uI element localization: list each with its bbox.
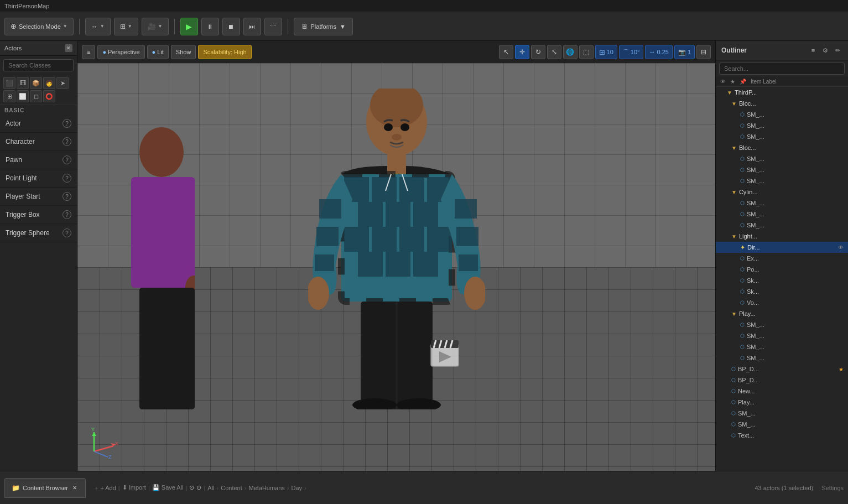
outliner-item-sm3[interactable]: ⬡ SM_...	[716, 131, 848, 142]
actor-item-trigger-sphere[interactable]: Trigger Sphere ?	[0, 224, 77, 242]
outliner-item-sk1[interactable]: ⬡ Sk...	[716, 275, 848, 286]
outliner-item-sm6[interactable]: ⬡ SM_...	[716, 175, 848, 186]
content-browser-tab[interactable]: 📁 Content Browser ✕	[4, 478, 86, 498]
rotate-tool-icon[interactable]: ↻	[531, 45, 545, 59]
pawn-help-icon[interactable]: ?	[63, 155, 71, 164]
show-button[interactable]: Show	[171, 45, 196, 59]
point-light-help-icon[interactable]: ?	[63, 174, 71, 183]
outliner-item-sm14[interactable]: ⬡ SM_...	[716, 408, 848, 419]
scale-btn[interactable]: ↔ 0.25	[645, 45, 672, 59]
actor-item-character[interactable]: Character ?	[0, 133, 77, 151]
more-options-button[interactable]: ⋯	[264, 18, 282, 35]
outliner-item-sm13[interactable]: ⬡ SM_...	[716, 352, 848, 363]
angle-button[interactable]: ⌒ 10°	[619, 45, 644, 59]
outliner-item-sk2[interactable]: ⬡ Sk...	[716, 286, 848, 297]
outliner-item-bloc1[interactable]: ▼ Bloc...	[716, 98, 848, 109]
outliner-item-bp-d2[interactable]: ⬡ BP_D...	[716, 375, 848, 386]
outliner-settings-button[interactable]: ⚙	[820, 45, 830, 55]
outliner-item-bp-d1[interactable]: ⬡ BP_D... ★	[716, 363, 848, 375]
layout-icon[interactable]: ⊟	[696, 45, 711, 59]
perspective-button[interactable]: ● Perspective	[97, 45, 144, 59]
outliner-item-sm10[interactable]: ⬡ SM_...	[716, 319, 848, 330]
actor-icon-arrow[interactable]: ➤	[56, 77, 69, 89]
platforms-button[interactable]: 🖥 Platforms ▼	[294, 18, 353, 35]
character-help-icon[interactable]: ?	[63, 137, 71, 146]
scalability-badge[interactable]: Scalability: High	[198, 45, 251, 59]
outliner-item-lights[interactable]: ▼ Light...	[716, 231, 848, 242]
left-panel-close-button[interactable]: ✕	[65, 44, 72, 52]
outliner-list[interactable]: ▼ ThirdP... ▼ Bloc... ⬡ SM_... ⬡ SM_... …	[716, 87, 848, 471]
viewport-menu-button[interactable]: ≡	[82, 45, 95, 59]
axis-indicator: X Y Z	[89, 427, 122, 460]
outliner-item-sm15[interactable]: ⬡ SM_...	[716, 419, 848, 430]
outliner-filter-button[interactable]: ≡	[808, 45, 818, 55]
svg-marker-51	[92, 432, 96, 436]
outliner-item-sm12[interactable]: ⬡ SM_...	[716, 341, 848, 352]
outliner-item-sm9[interactable]: ⬡ SM_...	[716, 220, 848, 231]
player-start-help-icon[interactable]: ?	[63, 192, 71, 201]
actor-icon-circle[interactable]: ⭕	[43, 90, 55, 102]
select-tool-icon[interactable]: ↖	[499, 45, 513, 59]
cam-speed-button[interactable]: 📷 1	[674, 45, 695, 59]
actor-item-pawn[interactable]: Pawn ?	[0, 151, 77, 169]
outliner-edit-button[interactable]: ✏	[833, 45, 842, 55]
outliner-item-sm11[interactable]: ⬡ SM_...	[716, 330, 848, 341]
viewport[interactable]: ≡ ● Perspective ● Lit Show Scalability: …	[77, 41, 715, 471]
transform-button[interactable]: ↔ ▼	[85, 18, 111, 35]
search-classes-input[interactable]	[3, 59, 74, 71]
outliner-item-play-folder[interactable]: ▼ Play...	[716, 308, 848, 319]
outliner-search-input[interactable]	[719, 63, 845, 75]
actor-icon-grid[interactable]: ⊞	[3, 90, 15, 102]
play-button[interactable]: ▶	[180, 18, 198, 35]
content-browser-close-btn[interactable]: ✕	[71, 484, 79, 492]
camera-button[interactable]: 🎥 ▼	[142, 18, 169, 35]
outliner-item-sm5[interactable]: ⬡ SM_...	[716, 164, 848, 175]
svg-rect-7	[399, 177, 424, 202]
transform-tool-icon[interactable]: ✛	[515, 45, 529, 59]
actor-help-icon[interactable]: ?	[63, 119, 71, 128]
actor-item-trigger-box[interactable]: Trigger Box ?	[0, 206, 77, 224]
outliner-item-sm4[interactable]: ⬡ SM_...	[716, 153, 848, 164]
selection-mode-button[interactable]: ⊕ Selection Mode ▼	[4, 18, 74, 35]
stop-button[interactable]: ⏹	[222, 18, 240, 35]
outliner-item-text[interactable]: ⬡ Text...	[716, 430, 848, 441]
right-panel: Outliner ≡ ⚙ ✏ 👁 ★ 📌 Item Label ▼ ThirdP…	[715, 41, 848, 471]
trigger-box-help-icon[interactable]: ?	[63, 210, 71, 219]
actor-item-player-start[interactable]: Player Start ?	[0, 188, 77, 206]
outliner-item-new[interactable]: ⬡ New...	[716, 386, 848, 397]
outliner-item-sm8[interactable]: ⬡ SM_...	[716, 209, 848, 220]
outliner-item-thirdp[interactable]: ▼ ThirdP...	[716, 87, 848, 98]
outliner-item-sm1[interactable]: ⬡ SM_...	[716, 109, 848, 120]
snap-button[interactable]: ⊞ ▼	[114, 18, 138, 35]
pause-button[interactable]: ⏸	[201, 18, 219, 35]
outliner-item-sm2[interactable]: ⬡ SM_...	[716, 120, 848, 131]
clapper-svg	[428, 336, 461, 369]
trigger-sphere-help-icon[interactable]: ?	[63, 228, 71, 237]
outliner-item-vo[interactable]: ⬡ Vo...	[716, 297, 848, 308]
outliner-item-play-inst[interactable]: ⬡ Play...	[716, 397, 848, 408]
grid-size-button[interactable]: ⊞ 10	[595, 45, 617, 59]
outliner-item-ex[interactable]: ⬡ Ex...	[716, 253, 848, 264]
outliner-item-dir-light[interactable]: ✦ Dir... 👁	[716, 242, 848, 253]
actor-icon-person[interactable]: 🧑	[43, 77, 55, 89]
basic-section-label: BASIC	[0, 105, 77, 115]
outliner-title: Outliner	[721, 46, 747, 54]
svg-rect-14	[399, 227, 424, 252]
outliner-item-po[interactable]: ⬡ Po...	[716, 264, 848, 275]
scale-tool-icon[interactable]: ⤡	[547, 45, 561, 59]
actor-icon-film[interactable]: 🎞	[17, 77, 29, 89]
surface-icon[interactable]: ⬚	[579, 45, 594, 59]
actor-icon-star[interactable]: ⬜	[17, 90, 29, 102]
actor-icon-square[interactable]: ◻	[30, 90, 42, 102]
skip-button[interactable]: ⏭	[243, 18, 261, 35]
actor-item-actor[interactable]: Actor ?	[0, 115, 77, 133]
lit-button[interactable]: ● Lit	[147, 45, 169, 59]
actor-item-point-light[interactable]: Point Light ?	[0, 169, 77, 188]
outliner-col-header: 👁 ★ 📌 Item Label	[716, 77, 848, 87]
actor-icon-cube[interactable]: ⬛	[3, 77, 15, 89]
outliner-item-cylin[interactable]: ▼ Cylin...	[716, 186, 848, 198]
outliner-item-bloc2[interactable]: ▼ Bloc...	[716, 142, 848, 153]
actor-icon-box[interactable]: 📦	[30, 77, 42, 89]
outliner-item-sm7[interactable]: ⬡ SM_...	[716, 198, 848, 209]
world-icon[interactable]: 🌐	[563, 45, 578, 59]
